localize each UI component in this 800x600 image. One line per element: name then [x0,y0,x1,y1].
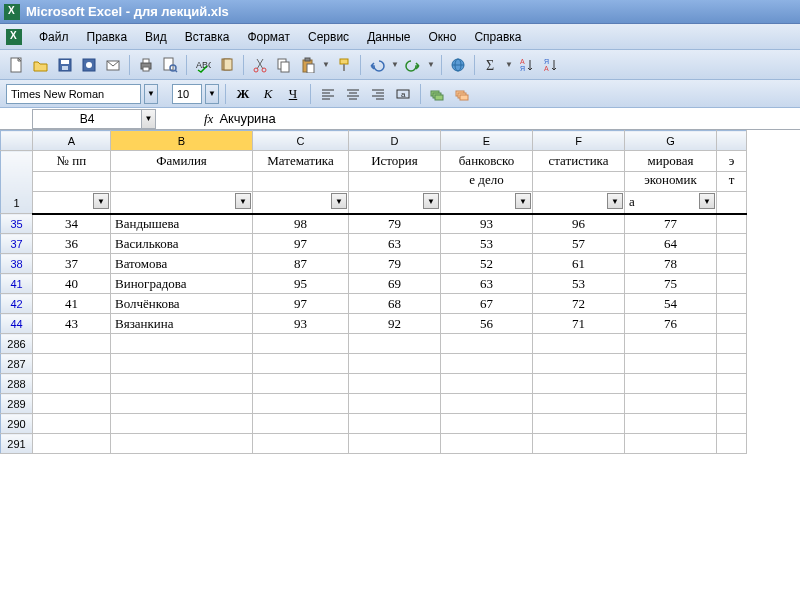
cell[interactable] [717,274,747,294]
cell[interactable] [717,394,747,414]
header-cell[interactable]: статистика [533,151,625,172]
menu-tools[interactable]: Сервис [299,26,358,48]
filter-button[interactable]: ▼ [93,193,109,209]
redo-dropdown[interactable]: ▼ [426,60,436,69]
cell[interactable]: Волчёнкова [111,294,253,314]
cell[interactable] [717,294,747,314]
cell[interactable] [349,374,441,394]
row-header[interactable]: 291 [1,434,33,454]
cell[interactable]: 36 [33,234,111,254]
cell[interactable] [533,394,625,414]
hyperlink-button[interactable] [447,54,469,76]
undo-dropdown[interactable]: ▼ [390,60,400,69]
cell[interactable]: 67 [441,294,533,314]
app-menu-icon[interactable] [6,29,22,45]
header-cell[interactable]: банковско [441,151,533,172]
cell[interactable]: 75 [625,274,717,294]
name-box[interactable]: B4 [32,109,142,129]
cell[interactable]: Ватомова [111,254,253,274]
row-header[interactable]: 287 [1,354,33,374]
cell[interactable]: 37 [33,254,111,274]
font-size-box[interactable]: 10 [172,84,202,104]
col-header-next[interactable] [717,131,747,151]
cell[interactable]: Вандышева [111,214,253,234]
cell[interactable]: 76 [625,314,717,334]
cell[interactable] [349,394,441,414]
row-header[interactable]: 41 [1,274,33,294]
table-row[interactable]: 286 [1,334,747,354]
cell[interactable] [441,354,533,374]
open-button[interactable] [30,54,52,76]
row-header[interactable]: 37 [1,234,33,254]
cell[interactable]: 79 [349,254,441,274]
undo-button[interactable] [366,54,388,76]
header-cell[interactable]: экономик [625,172,717,192]
header-cell[interactable]: № пп [33,151,111,172]
cell[interactable]: 56 [441,314,533,334]
paste-button[interactable] [297,54,319,76]
menu-edit[interactable]: Правка [78,26,137,48]
cell[interactable]: Вязанкина [111,314,253,334]
print-preview-button[interactable] [159,54,181,76]
cell[interactable] [441,374,533,394]
cell[interactable] [533,434,625,454]
cell[interactable]: 98 [253,214,349,234]
menu-window[interactable]: Окно [419,26,465,48]
table-row[interactable]: 3837Ватомова8779526178 [1,254,747,274]
menu-view[interactable]: Вид [136,26,176,48]
menu-help[interactable]: Справка [465,26,530,48]
cell[interactable] [253,374,349,394]
sort-asc-button[interactable]: АЯ [516,54,538,76]
filter-button[interactable]: ▼ [515,193,531,209]
underline-button[interactable]: Ч [282,83,304,105]
cell[interactable] [717,434,747,454]
italic-button[interactable]: К [257,83,279,105]
cell[interactable] [533,354,625,374]
font-size-dropdown[interactable]: ▼ [205,84,219,104]
row-header[interactable]: 42 [1,294,33,314]
cell[interactable] [717,314,747,334]
row-header[interactable]: 288 [1,374,33,394]
spelling-button[interactable]: ABC [192,54,214,76]
cell[interactable] [349,434,441,454]
cell[interactable] [717,334,747,354]
cell[interactable] [33,414,111,434]
cell[interactable]: 97 [253,294,349,314]
cell[interactable]: 41 [33,294,111,314]
col-header-B[interactable]: B [111,131,253,151]
font-name-box[interactable]: Times New Roman [6,84,141,104]
cell[interactable] [253,434,349,454]
table-row[interactable]: 290 [1,414,747,434]
format-painter-button[interactable] [333,54,355,76]
cell[interactable] [111,354,253,374]
permissions-button[interactable] [78,54,100,76]
cell[interactable]: 69 [349,274,441,294]
bold-button[interactable]: Ж [232,83,254,105]
cell[interactable] [111,414,253,434]
cell[interactable] [33,334,111,354]
filter-button[interactable]: ▼ [423,193,439,209]
cell[interactable] [441,394,533,414]
cell[interactable]: 34 [33,214,111,234]
cell[interactable] [625,394,717,414]
cell[interactable] [33,374,111,394]
cell[interactable] [625,334,717,354]
print-button[interactable] [135,54,157,76]
cell[interactable] [253,414,349,434]
cell[interactable] [441,334,533,354]
research-button[interactable] [216,54,238,76]
cell[interactable]: 95 [253,274,349,294]
col-header-G[interactable]: G [625,131,717,151]
header-cell[interactable]: э [717,151,747,172]
table-row[interactable]: 4140Виноградова9569635375 [1,274,747,294]
row-header[interactable]: 286 [1,334,33,354]
filter-button[interactable]: ▼ [699,193,715,209]
cell[interactable] [111,394,253,414]
cell[interactable]: 93 [253,314,349,334]
cell[interactable] [717,354,747,374]
cell[interactable] [33,434,111,454]
table-row[interactable]: 4443Вязанкина9392567176 [1,314,747,334]
col-header-D[interactable]: D [349,131,441,151]
cell[interactable]: 97 [253,234,349,254]
cell[interactable] [253,394,349,414]
